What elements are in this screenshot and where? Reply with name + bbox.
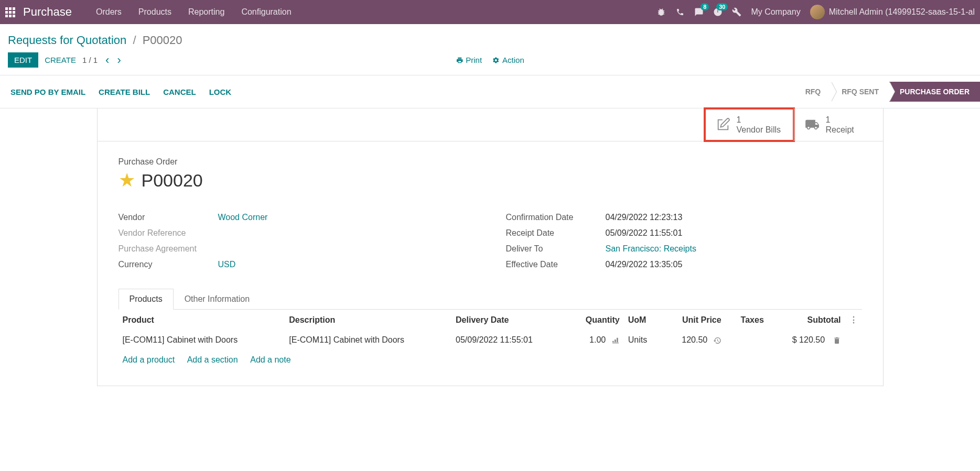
star-icon[interactable]: ★ bbox=[119, 169, 135, 191]
col-product: Product bbox=[119, 310, 285, 330]
tab-products[interactable]: Products bbox=[119, 289, 174, 310]
cell-price: 120.50 bbox=[682, 335, 707, 344]
user-menu[interactable]: Mitchell Admin (14999152-saas-15-1-al bbox=[810, 5, 975, 19]
po-number: P00020 bbox=[142, 170, 203, 191]
lock-button[interactable]: LOCK bbox=[209, 87, 232, 96]
col-delivery-date: Delivery Date bbox=[451, 310, 567, 330]
forecast-icon[interactable] bbox=[611, 335, 620, 344]
cancel-button[interactable]: CANCEL bbox=[163, 87, 196, 96]
receipt-date-value: 05/09/2022 11:55:01 bbox=[606, 228, 683, 238]
pager-next-icon[interactable]: › bbox=[117, 53, 121, 67]
currency-label: Currency bbox=[119, 260, 218, 269]
col-unit-price: Unit Price bbox=[661, 310, 725, 330]
receipt-stat[interactable]: 1 Receipt bbox=[794, 108, 883, 141]
create-button[interactable]: CREATE bbox=[38, 52, 82, 68]
control-panel: EDIT CREATE Print Action 1 / 1 ‹ › bbox=[0, 47, 980, 75]
status-step-purchase-order[interactable]: PURCHASE ORDER bbox=[889, 82, 980, 102]
table-row[interactable]: [E-COM11] Cabinet with Doors [E-COM11] C… bbox=[119, 330, 862, 350]
pager[interactable]: 1 / 1 bbox=[82, 56, 98, 64]
col-subtotal: Subtotal bbox=[768, 310, 845, 330]
agreement-label: Purchase Agreement bbox=[119, 244, 218, 254]
activities-icon[interactable]: 30 bbox=[713, 7, 723, 17]
col-description: Description bbox=[285, 310, 451, 330]
nav-reporting[interactable]: Reporting bbox=[180, 7, 233, 17]
status-bar: SEND PO BY EMAIL CREATE BILL CANCEL LOCK… bbox=[0, 75, 980, 108]
apps-icon[interactable] bbox=[5, 7, 15, 17]
create-bill-button[interactable]: CREATE BILL bbox=[99, 87, 150, 96]
add-note-link[interactable]: Add a note bbox=[250, 355, 290, 364]
messages-icon[interactable]: 8 bbox=[694, 7, 704, 17]
vendor-bills-count: 1 bbox=[737, 115, 781, 125]
receipt-date-label: Receipt Date bbox=[506, 228, 606, 238]
title-label: Purchase Order bbox=[119, 157, 862, 167]
company-selector[interactable]: My Company bbox=[751, 7, 800, 17]
messages-badge: 8 bbox=[701, 3, 709, 10]
nav-configuration[interactable]: Configuration bbox=[233, 7, 299, 17]
form-sheet: 1 Vendor Bills 1 Receipt Purchase Order … bbox=[97, 108, 884, 386]
pager-prev-icon[interactable]: ‹ bbox=[105, 53, 109, 67]
receipt-count: 1 bbox=[826, 115, 854, 125]
vendor-label: Vendor bbox=[119, 213, 218, 222]
cell-product: [E-COM11] Cabinet with Doors bbox=[119, 330, 285, 350]
cell-subtotal: $ 120.50 bbox=[792, 335, 825, 344]
status-step-rfq[interactable]: RFQ bbox=[795, 82, 832, 102]
print-icon bbox=[456, 57, 463, 64]
edit-button[interactable]: EDIT bbox=[8, 52, 38, 68]
avatar bbox=[810, 5, 825, 19]
user-name: Mitchell Admin (14999152-saas-15-1-al bbox=[829, 7, 975, 17]
breadcrumb-separator: / bbox=[133, 34, 136, 47]
breadcrumb: Requests for Quotation / P00020 bbox=[8, 34, 182, 47]
gear-icon bbox=[492, 57, 500, 64]
cell-qty: 1.00 bbox=[589, 335, 606, 344]
add-product-link[interactable]: Add a product bbox=[123, 355, 175, 364]
col-quantity: Quantity bbox=[567, 310, 624, 330]
top-navbar: Purchase Orders Products Reporting Confi… bbox=[0, 0, 980, 24]
app-name[interactable]: Purchase bbox=[23, 5, 72, 19]
bug-icon[interactable] bbox=[656, 7, 666, 17]
tab-other-info[interactable]: Other Information bbox=[174, 289, 261, 310]
conf-date-value: 04/29/2022 12:23:13 bbox=[606, 213, 683, 222]
trash-icon[interactable] bbox=[833, 335, 841, 344]
status-step-rfq-sent[interactable]: RFQ SENT bbox=[831, 82, 889, 102]
deliver-to-value[interactable]: San Francisco: Receipts bbox=[606, 244, 696, 254]
deliver-to-label: Deliver To bbox=[506, 244, 606, 254]
cell-taxes bbox=[726, 330, 768, 350]
currency-value[interactable]: USD bbox=[218, 260, 236, 269]
nav-products[interactable]: Products bbox=[130, 7, 180, 17]
eff-date-label: Effective Date bbox=[506, 260, 606, 269]
vendor-ref-label: Vendor Reference bbox=[119, 228, 218, 238]
breadcrumb-parent[interactable]: Requests for Quotation bbox=[8, 34, 126, 47]
print-button[interactable]: Print bbox=[456, 56, 482, 64]
cell-uom: Units bbox=[624, 330, 661, 350]
tabs: Products Other Information bbox=[119, 288, 862, 310]
add-section-link[interactable]: Add a section bbox=[187, 355, 238, 364]
cell-description: [E-COM11] Cabinet with Doors bbox=[285, 330, 451, 350]
action-button[interactable]: Action bbox=[492, 56, 524, 64]
activities-badge: 30 bbox=[716, 3, 728, 10]
truck-icon bbox=[805, 117, 820, 132]
vendor-bills-label: Vendor Bills bbox=[737, 125, 781, 135]
col-taxes: Taxes bbox=[726, 310, 768, 330]
order-lines-table: Product Description Delivery Date Quanti… bbox=[119, 310, 862, 370]
kebab-icon[interactable]: ⋮ bbox=[849, 315, 858, 324]
phone-icon[interactable] bbox=[675, 7, 685, 17]
nav-orders[interactable]: Orders bbox=[88, 7, 130, 17]
send-po-button[interactable]: SEND PO BY EMAIL bbox=[10, 87, 85, 96]
cell-delivery-date: 05/09/2022 11:55:01 bbox=[451, 330, 567, 350]
receipt-label: Receipt bbox=[826, 125, 854, 135]
breadcrumb-current: P00020 bbox=[143, 34, 182, 47]
history-icon[interactable] bbox=[713, 335, 721, 344]
eff-date-value: 04/29/2022 13:35:05 bbox=[606, 260, 683, 269]
edit-icon bbox=[716, 117, 730, 132]
tools-icon[interactable] bbox=[732, 7, 741, 17]
col-uom: UoM bbox=[624, 310, 661, 330]
vendor-bills-stat[interactable]: 1 Vendor Bills bbox=[705, 108, 794, 141]
conf-date-label: Confirmation Date bbox=[506, 213, 606, 222]
vendor-value[interactable]: Wood Corner bbox=[218, 213, 268, 222]
